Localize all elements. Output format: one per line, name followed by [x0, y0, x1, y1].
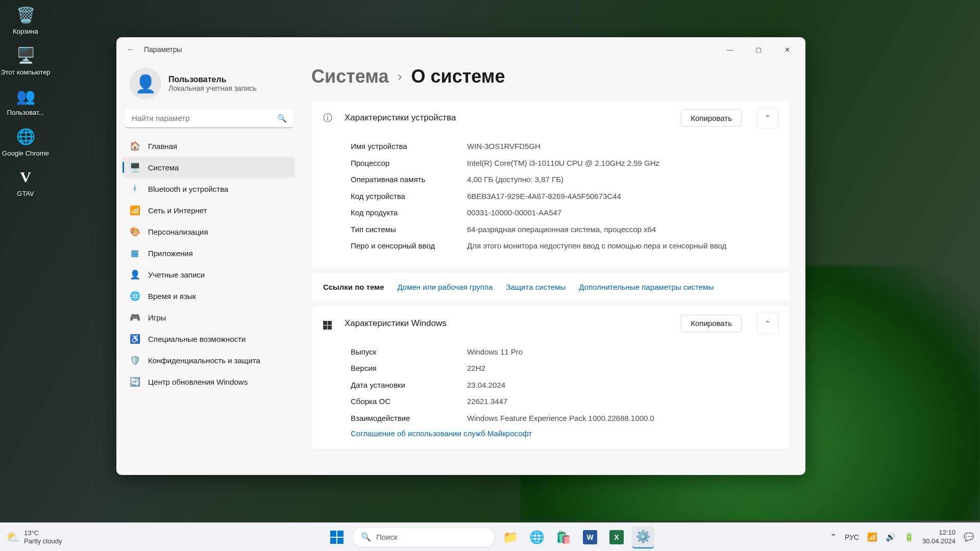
desktop-label: Google Chrome — [0, 149, 51, 158]
chrome-icon: 🌐 — [15, 126, 36, 147]
info-icon: ⓘ — [323, 112, 334, 124]
nav-label: Время и язык — [148, 292, 196, 300]
notifications-icon[interactable]: 💬 — [964, 532, 974, 542]
spec-value: 4,00 ГБ (доступно: 3,87 ГБ) — [467, 174, 778, 186]
nav-personalization[interactable]: 🎨Персонализация — [122, 221, 295, 242]
system-tray: ⌃ РУС 📶 🔊 🔋 12:1030.04.2024 💬 — [830, 529, 974, 545]
weather-desc: Partly cloudy — [24, 537, 62, 545]
spec-value: 23.04.2024 — [467, 380, 778, 391]
users-folder-icon: 👥 — [15, 85, 36, 107]
spec-key: Тип системы — [351, 224, 467, 236]
nav-accessibility[interactable]: ♿Специальные возможности — [122, 328, 295, 349]
spec-value: 6BEB3A17-929E-4A67-8269-4A5F50673C44 — [467, 191, 778, 203]
spec-value: 00331-10000-00001-AA547 — [467, 207, 778, 219]
nav-accounts[interactable]: 👤Учетные записи — [122, 264, 295, 285]
link-advanced-settings[interactable]: Дополнительные параметры системы — [579, 283, 714, 291]
wifi-icon[interactable]: 📶 — [867, 532, 877, 542]
volume-icon[interactable]: 🔊 — [886, 532, 896, 542]
nav-network[interactable]: 📶Сеть и Интернет — [122, 199, 295, 221]
search-input[interactable] — [125, 109, 293, 128]
desktop-recycle-bin[interactable]: 🗑️Корзина — [0, 4, 51, 36]
spec-key: Код устройства — [351, 191, 467, 203]
desktop-icons: 🗑️Корзина 🖥️Этот компьютер 👥Пользоват...… — [0, 4, 51, 207]
desktop-gtav[interactable]: VGTAV — [0, 166, 51, 198]
weather-widget[interactable]: ⛅ 13°CPartly cloudy — [6, 529, 62, 545]
taskbar-search[interactable]: 🔍Поиск — [352, 527, 495, 547]
spec-row: ВзаимодействиеWindows Feature Experience… — [351, 413, 778, 424]
avatar-icon: 👤 — [130, 68, 161, 99]
wifi-icon: 📶 — [130, 205, 140, 215]
nav-label: Приложения — [148, 249, 193, 258]
desktop-label: GTAV — [0, 190, 51, 198]
user-account-type: Локальная учетная запись — [168, 84, 257, 92]
back-button[interactable]: ← — [120, 39, 141, 60]
taskbar-word[interactable]: W — [579, 526, 601, 548]
taskbar-settings[interactable]: ⚙️ — [632, 526, 654, 548]
spec-row: Тип системы64-разрядная операционная сис… — [351, 224, 778, 236]
copy-device-button[interactable]: Копировать — [681, 109, 742, 127]
system-icon: 🖥️ — [130, 162, 140, 172]
tray-language[interactable]: РУС — [845, 533, 859, 541]
spec-row: Код продукта00331-10000-00001-AA547 — [351, 207, 778, 219]
spec-key: Дата установки — [351, 380, 467, 391]
desktop-label: Корзина — [0, 28, 51, 36]
taskbar-store[interactable]: 🛍️ — [552, 526, 575, 548]
desktop-this-pc[interactable]: 🖥️Этот компьютер — [0, 45, 51, 77]
spec-key: Имя устройства — [351, 141, 467, 153]
taskbar-explorer[interactable]: 📁 — [499, 526, 522, 548]
gtav-icon: V — [15, 166, 36, 188]
nav-label: Учетные записи — [148, 270, 205, 279]
nav-system[interactable]: 🖥️Система — [122, 157, 295, 178]
breadcrumb-parent[interactable]: Система — [311, 66, 389, 87]
clock-date: 30.04.2024 — [922, 537, 955, 545]
nav-label: Главная — [148, 142, 177, 151]
taskbar-search-placeholder: Поиск — [376, 533, 398, 541]
chevron-up-icon[interactable]: ⌃ — [757, 107, 778, 129]
link-domain[interactable]: Домен или рабочая группа — [398, 283, 493, 291]
spec-row: Дата установки23.04.2024 — [351, 380, 778, 391]
desktop-chrome[interactable]: 🌐Google Chrome — [0, 126, 51, 158]
accessibility-icon: ♿ — [130, 334, 140, 344]
taskbar-excel[interactable]: X — [605, 526, 628, 548]
spec-row: Сборка ОС22621.3447 — [351, 396, 778, 408]
spec-key: Процессор — [351, 158, 467, 169]
ms-agreement-link[interactable]: Соглашение об использовании служб Майкро… — [351, 429, 778, 438]
battery-icon[interactable]: 🔋 — [904, 532, 914, 542]
maximize-button[interactable]: ▢ — [744, 37, 773, 62]
nav-bluetooth[interactable]: ᚼBluetooth и устройства — [122, 178, 295, 199]
spec-value: 64-разрядная операционная система, проце… — [467, 224, 778, 236]
accounts-icon: 👤 — [130, 269, 140, 280]
breadcrumb: Система › О системе — [311, 66, 790, 87]
nav-apps[interactable]: ▦Приложения — [122, 242, 295, 264]
desktop-users[interactable]: 👥Пользоват... — [0, 85, 51, 117]
minimize-button[interactable]: — — [716, 37, 744, 62]
desktop-label: Этот компьютер — [0, 68, 51, 77]
nav-home[interactable]: 🏠Главная — [122, 135, 295, 157]
brush-icon: 🎨 — [130, 227, 140, 237]
titlebar: ← Параметры — ▢ ✕ — [116, 37, 805, 62]
close-button[interactable]: ✕ — [773, 37, 801, 62]
nav-privacy[interactable]: 🛡️Конфиденциальность и защита — [122, 349, 295, 371]
spec-value: Windows 11 Pro — [467, 346, 778, 358]
settings-window: ← Параметры — ▢ ✕ 👤 Пользователь Локальн… — [116, 37, 805, 475]
recycle-bin-icon: 🗑️ — [15, 4, 36, 26]
tray-chevron-icon[interactable]: ⌃ — [830, 532, 837, 542]
nav-gaming[interactable]: 🎮Игры — [122, 307, 295, 328]
spec-key: Код продукта — [351, 207, 467, 219]
windows-spec-card: Характеристики Windows Копировать ⌃ Выпу… — [311, 305, 790, 450]
chevron-up-icon[interactable]: ⌃ — [757, 313, 778, 334]
spec-key: Перо и сенсорный ввод — [351, 240, 467, 252]
sidebar: 👤 Пользователь Локальная учетная запись … — [116, 62, 301, 475]
user-block[interactable]: 👤 Пользователь Локальная учетная запись — [122, 62, 295, 109]
start-button[interactable] — [326, 526, 348, 548]
nav-time-lang[interactable]: 🌐Время и язык — [122, 285, 295, 307]
spec-value: 22H2 — [467, 363, 778, 374]
nav-label: Конфиденциальность и защита — [148, 356, 260, 365]
nav-windows-update[interactable]: 🔄Центр обновления Windows — [122, 371, 295, 392]
spec-row: Имя устройстваWIN-3OS1RVFD5GH — [351, 141, 778, 153]
link-system-protection[interactable]: Защита системы — [506, 283, 566, 291]
copy-windows-button[interactable]: Копировать — [681, 315, 742, 332]
globe-icon: 🌐 — [130, 291, 140, 301]
taskbar-chrome[interactable]: 🌐 — [526, 526, 548, 548]
clock[interactable]: 12:1030.04.2024 — [922, 529, 955, 545]
